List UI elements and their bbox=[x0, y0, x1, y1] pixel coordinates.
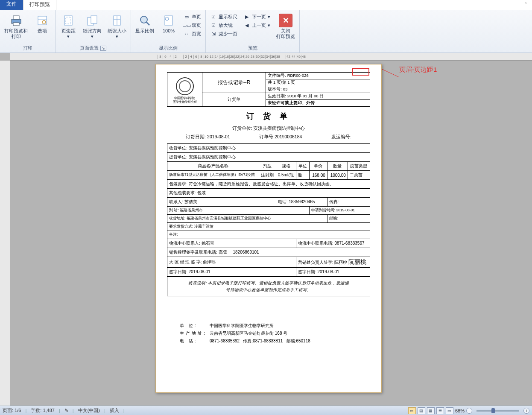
show-ratio-button[interactable]: 显示比例 bbox=[134, 13, 156, 35]
double-page-button[interactable]: ▭▭双页 bbox=[181, 21, 203, 29]
double-page-icon: ▭▭ bbox=[183, 22, 190, 29]
shrink-icon: ⇲ bbox=[210, 30, 217, 37]
region-mgr-row: 大 区 经 理 签 字: 俞泽熙 营销处负责人签字: 阮丽桃 阮丽桃 bbox=[167, 257, 370, 268]
svg-rect-2 bbox=[13, 23, 19, 26]
workspace: 8642246810121416182022242628303234363842… bbox=[0, 53, 532, 406]
ribbon: 打印预览和 打印 选项 打印 页边距▾ 纸张方向▾ bbox=[0, 10, 532, 53]
sales-mgr-row: 销售经理签字及联系电话: 高雪 18206869101 bbox=[167, 248, 370, 257]
margins-button[interactable]: 页边距▾ bbox=[58, 13, 79, 40]
footer-info: 单 位:中国医学科学院医学生物学研究所 生产地址:云南省昆明高新区马金铺灯盏花街… bbox=[167, 322, 370, 345]
group-page-setup: 页边距▾ 纸张方向▾ 纸张大小▾ 页面设置 ↘ bbox=[56, 10, 131, 53]
status-mode[interactable]: 插入 bbox=[110, 407, 119, 414]
pick-unit: 提货单位: 安溪县疾病预防控制中心 bbox=[167, 153, 370, 162]
addr-row: 收货地址: 福建省泉州市安溪县城厢镇德苑工业园区疾控中心 邮编: bbox=[167, 215, 370, 223]
ship-mode: 要求发货方式: 冷藏车运输 bbox=[167, 223, 370, 231]
table-header-row: 商品名/产品名称剂型规格单位单价数量疫苗类型 bbox=[167, 162, 370, 171]
zoom-slider[interactable] bbox=[476, 410, 519, 412]
magnifier-checkbox[interactable]: ☑放大镜 bbox=[208, 21, 239, 29]
document-title: 订 货 单 bbox=[167, 111, 370, 121]
print-preview-and-print-button[interactable]: 打印预览和 打印 bbox=[3, 13, 29, 40]
collapse-ribbon-icon[interactable]: ˆ bbox=[525, 2, 527, 9]
order-meta-line: 订货日期: 2019-08-01 订单号:20190006184 发运编号: bbox=[167, 134, 370, 140]
magnifier-icon bbox=[138, 14, 152, 27]
options-button[interactable]: 选项 bbox=[32, 13, 53, 35]
spellcheck-icon[interactable]: ✎ bbox=[64, 408, 68, 413]
group-print: 打印预览和 打印 选项 打印 bbox=[0, 10, 56, 53]
annotation-highlight-box bbox=[352, 68, 369, 76]
paper-size-icon bbox=[110, 14, 124, 27]
status-bar: 页面: 1/6| 字数: 1,487| ✎| 中文(中国)| 插入| ▭ ▤ ▦… bbox=[0, 406, 532, 415]
doc-header-table: 中国医学科学院 医学生物学研究所 报告或记录--R 文件编号: RDR00-02… bbox=[167, 72, 370, 107]
group-label-page-setup: 页面设置 ↘ bbox=[58, 44, 128, 53]
margins-icon bbox=[61, 14, 75, 27]
view-reading-button[interactable]: ▤ bbox=[418, 407, 425, 414]
view-web-button[interactable]: ▦ bbox=[427, 407, 435, 414]
orientation-icon bbox=[85, 14, 99, 27]
vertical-ruler[interactable] bbox=[0, 61, 10, 406]
prev-page-button[interactable]: ◀上一页 ▾ bbox=[242, 21, 272, 29]
svg-rect-9 bbox=[91, 16, 97, 23]
status-language[interactable]: 中文(中国) bbox=[78, 407, 100, 414]
close-preview-button[interactable]: ✕ 关闭 打印预览 bbox=[275, 13, 297, 40]
document-page: 中国医学科学院 医学生物学研究所 报告或记录--R 文件编号: RDR00-02… bbox=[155, 64, 382, 393]
fill-note: 填表说明: 本页记录电子版打印填写。营销处负责人签字确认后订单填表生效，发运编 … bbox=[167, 277, 370, 296]
order-unit-line: 订货单位: 安溪县疾病预防控制中心 bbox=[167, 126, 370, 132]
orientation-button[interactable]: 纸张方向▾ bbox=[81, 13, 103, 40]
group-label-print: 打印 bbox=[3, 44, 53, 53]
sign-date-row: 签字日期: 2019-08-01 签字日期: 2019-08-01 bbox=[167, 268, 370, 277]
logo-cell: 中国医学科学院 医学生物学研究所 bbox=[167, 73, 202, 107]
table-row: 肠道病毒71型灭活疫苗（人二倍体细胞）EV71疫苗注射剂0.5ml/瓶瓶168.… bbox=[167, 171, 370, 180]
version: 版本号: 03 bbox=[266, 86, 370, 93]
page-width-button[interactable]: ↔页宽 bbox=[181, 30, 203, 38]
prev-page-icon: ◀ bbox=[243, 22, 250, 29]
contact-row: 联系人: 苏倩美 电话: 18359820465 传真: bbox=[167, 198, 370, 207]
order-form-label: 订货单 bbox=[202, 93, 266, 107]
other-pack: 其他包装要求: 包装 bbox=[167, 189, 370, 198]
zoom-out-button[interactable]: − bbox=[466, 408, 472, 414]
show-ruler-checkbox[interactable]: ☑显示标尺 bbox=[208, 13, 239, 20]
group-label-zoom: 显示比例 bbox=[134, 44, 203, 53]
group-preview: ☑显示标尺 ☑放大镜 ⇲减少一页 ▶下一页 ▾ ◀上一页 ▾ ✕ 关闭 打印预览… bbox=[206, 10, 300, 53]
page-scroll-area[interactable]: 中国医学科学院 医学生物学研究所 报告或记录--R 文件编号: RDR00-02… bbox=[10, 61, 532, 406]
status-words[interactable]: 字数: 1,487 bbox=[31, 407, 55, 414]
tab-bar: 文件 打印预览 ˆ bbox=[0, 0, 532, 10]
tab-file[interactable]: 文件 bbox=[0, 0, 23, 10]
page-width-icon: ↔ bbox=[183, 30, 190, 37]
restriction: 未经许可禁止复印、外传 bbox=[266, 100, 370, 107]
remark: 备注: bbox=[167, 231, 370, 239]
checkbox-checked-icon: ☑ bbox=[210, 13, 217, 20]
svg-point-13 bbox=[140, 16, 147, 23]
logo-icon bbox=[176, 77, 194, 95]
close-icon: ✕ bbox=[279, 14, 292, 27]
paper-size-button[interactable]: 纸张大小▾ bbox=[106, 13, 128, 40]
svg-rect-1 bbox=[13, 16, 19, 19]
hundred-percent-button[interactable]: 100% bbox=[158, 13, 179, 35]
view-print-layout-button[interactable]: ▭ bbox=[408, 407, 416, 414]
zoom-in-button[interactable]: + bbox=[523, 408, 529, 414]
dest-row: 到 站: 福建省泉州市 申请到货时间: 2019-08-01 bbox=[167, 207, 370, 215]
svg-line-14 bbox=[146, 22, 149, 25]
next-page-icon: ▶ bbox=[243, 13, 250, 20]
checkbox-checked-icon: ☑ bbox=[210, 22, 217, 29]
view-outline-button[interactable]: ☰ bbox=[436, 407, 444, 414]
tab-print-preview[interactable]: 打印预览 bbox=[23, 0, 56, 10]
printer-icon bbox=[9, 14, 23, 27]
shrink-one-page-button[interactable]: ⇲减少一页 bbox=[208, 30, 239, 38]
pages: 共 1 页/第 1 页 bbox=[266, 79, 370, 86]
recv-unit: 收货单位: 安溪县疾病预防控制中心 bbox=[167, 144, 370, 153]
effective-date: 生效日期: 2018 年 01 月 08 日 bbox=[266, 93, 370, 100]
zoom-thumb[interactable] bbox=[491, 408, 495, 413]
view-draft-button[interactable]: ▭ bbox=[446, 407, 453, 414]
single-page-icon: ▭ bbox=[183, 13, 190, 20]
logistics-row: 物流中心联系人: 姚石宝 物流中心联系电话: 0871-68333567 bbox=[167, 239, 370, 248]
next-page-button[interactable]: ▶下一页 ▾ bbox=[242, 13, 272, 20]
hundred-icon bbox=[162, 14, 175, 27]
status-page[interactable]: 页面: 1/6 bbox=[3, 407, 21, 414]
zoom-level[interactable]: 68% bbox=[455, 408, 465, 413]
options-icon bbox=[35, 14, 49, 27]
single-page-button[interactable]: ▭单页 bbox=[181, 13, 203, 20]
report-title: 报告或记录--R bbox=[202, 73, 266, 93]
group-zoom: 显示比例 100% ▭单页 ▭▭双页 ↔页宽 显示比例 bbox=[131, 10, 206, 53]
horizontal-ruler[interactable]: 8642246810121416182022242628303234363842… bbox=[10, 53, 532, 61]
pack-req: 包装要求: 符合冷链运输，随货附质检报告、批签发合格证、出库单、收货确认回执函。 bbox=[167, 180, 370, 189]
